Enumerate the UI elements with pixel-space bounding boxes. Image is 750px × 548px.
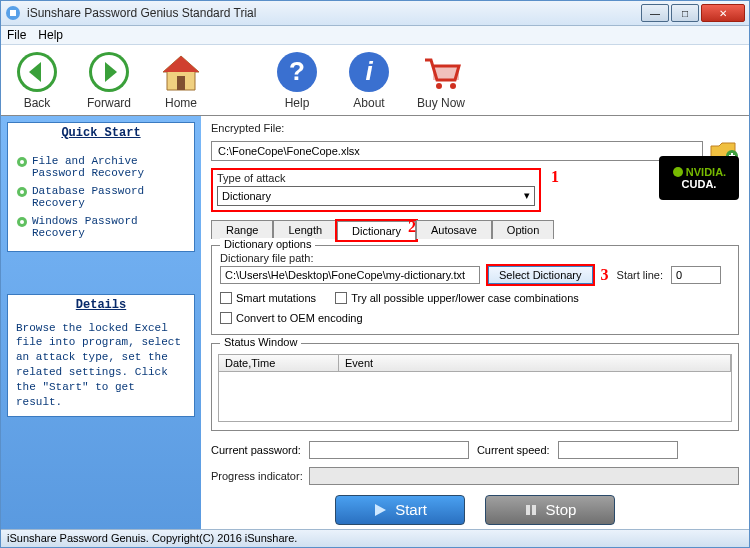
encrypted-file-label: Encrypted File: bbox=[211, 122, 739, 134]
forward-icon bbox=[87, 50, 131, 94]
cuda-badge: NVIDIA. CUDA. bbox=[659, 156, 739, 200]
current-speed-label: Current speed: bbox=[477, 444, 550, 456]
nvidia-icon bbox=[672, 166, 684, 178]
stop-button[interactable]: Stop bbox=[485, 495, 615, 525]
startline-input[interactable] bbox=[671, 266, 721, 284]
annotation-3: 3 bbox=[601, 266, 609, 284]
tab-option[interactable]: Option bbox=[492, 220, 554, 239]
tab-dictionary[interactable]: Dictionary bbox=[337, 221, 416, 240]
tab-autosave[interactable]: Autosave bbox=[416, 220, 492, 239]
window-title: iSunshare Password Genius Standard Trial bbox=[27, 6, 639, 20]
svg-point-17 bbox=[20, 190, 24, 194]
statusbar: iSunshare Password Genuis. Copyright(C) … bbox=[1, 529, 749, 547]
attack-type-group: Type of attack Dictionary ▾ bbox=[211, 168, 541, 212]
titlebar[interactable]: iSunshare Password Genius Standard Trial… bbox=[1, 1, 749, 26]
quickstart-panel: Quick Start File and Archive Password Re… bbox=[7, 122, 195, 252]
attack-type-value: Dictionary bbox=[222, 190, 271, 202]
sidebar-link-database[interactable]: Database Password Recovery bbox=[16, 185, 186, 209]
svg-rect-1 bbox=[10, 10, 16, 16]
home-icon bbox=[159, 50, 203, 94]
menu-help[interactable]: Help bbox=[38, 28, 63, 42]
minimize-button[interactable]: — bbox=[641, 4, 669, 22]
progress-bar bbox=[309, 467, 739, 485]
help-label: Help bbox=[285, 96, 310, 110]
dictionary-group-title: Dictionary options bbox=[220, 238, 315, 250]
app-icon bbox=[5, 5, 21, 21]
about-label: About bbox=[353, 96, 384, 110]
window-controls: — □ ✕ bbox=[639, 4, 745, 22]
tabs: Range Length Dictionary Autosave 2 Optio… bbox=[211, 220, 739, 239]
svg-text:?: ? bbox=[289, 56, 305, 86]
attack-type-label: Type of attack bbox=[217, 172, 535, 184]
back-button[interactable]: Back bbox=[13, 50, 61, 110]
app-window: iSunshare Password Genius Standard Trial… bbox=[0, 0, 750, 548]
svg-point-21 bbox=[673, 167, 683, 177]
status-col-event[interactable]: Event bbox=[339, 355, 731, 371]
menu-file[interactable]: File bbox=[7, 28, 26, 42]
annotation-1: 1 bbox=[551, 168, 559, 186]
tab-length[interactable]: Length bbox=[273, 220, 337, 239]
encrypted-file-field[interactable]: C:\FoneCope\FoneCope.xlsx bbox=[211, 141, 703, 161]
oem-encoding-checkbox[interactable]: Convert to OEM encoding bbox=[220, 312, 363, 324]
home-button[interactable]: Home bbox=[157, 50, 205, 110]
sidebar: Quick Start File and Archive Password Re… bbox=[1, 116, 201, 529]
dictionary-options-group: Dictionary options Dictionary file path:… bbox=[211, 245, 739, 335]
attack-type-select[interactable]: Dictionary ▾ bbox=[217, 186, 535, 206]
sidebar-link-label: Database Password Recovery bbox=[32, 185, 186, 209]
svg-rect-6 bbox=[177, 76, 185, 90]
close-button[interactable]: ✕ bbox=[701, 4, 745, 22]
about-icon: i bbox=[347, 50, 391, 94]
smart-mutations-checkbox[interactable]: Smart mutations bbox=[220, 292, 316, 304]
quickstart-title: Quick Start bbox=[8, 123, 194, 143]
disc-icon bbox=[16, 186, 28, 198]
tab-range[interactable]: Range bbox=[211, 220, 273, 239]
svg-rect-13 bbox=[433, 66, 459, 80]
svg-rect-23 bbox=[532, 505, 536, 515]
dict-path-field[interactable]: C:\Users\He\Desktop\FoneCope\my-dictiona… bbox=[220, 266, 480, 284]
back-label: Back bbox=[24, 96, 51, 110]
startline-label: Start line: bbox=[617, 269, 663, 281]
buynow-label: Buy Now bbox=[417, 96, 465, 110]
svg-text:i: i bbox=[365, 56, 373, 86]
chevron-down-icon: ▾ bbox=[524, 189, 530, 202]
disc-icon bbox=[16, 216, 28, 228]
home-label: Home bbox=[165, 96, 197, 110]
start-button[interactable]: Start bbox=[335, 495, 465, 525]
play-icon bbox=[373, 503, 387, 517]
dict-path-label: Dictionary file path: bbox=[220, 252, 730, 264]
pause-icon bbox=[524, 503, 538, 517]
status-col-datetime[interactable]: Date,Time bbox=[219, 355, 339, 371]
try-all-case-checkbox[interactable]: Try all possible upper/lower case combin… bbox=[335, 292, 579, 304]
details-title: Details bbox=[8, 295, 194, 315]
sidebar-link-label: Windows Password Recovery bbox=[32, 215, 186, 239]
sidebar-link-windows[interactable]: Windows Password Recovery bbox=[16, 215, 186, 239]
progress-label: Progress indicator: bbox=[211, 470, 303, 482]
select-dictionary-button[interactable]: Select Dictionary bbox=[488, 266, 593, 284]
main-panel: Encrypted File: C:\FoneCope\FoneCope.xls… bbox=[201, 116, 749, 529]
back-icon bbox=[15, 50, 59, 94]
annotation-2: 2 bbox=[408, 218, 416, 236]
content-area: Quick Start File and Archive Password Re… bbox=[1, 116, 749, 529]
sidebar-link-label: File and Archive Password Recovery bbox=[32, 155, 186, 179]
buynow-button[interactable]: Buy Now bbox=[417, 50, 465, 110]
details-panel: Details Browse the locked Excel file int… bbox=[7, 294, 195, 417]
svg-point-19 bbox=[20, 220, 24, 224]
status-table-header: Date,Time Event bbox=[218, 354, 732, 372]
cart-icon bbox=[419, 50, 463, 94]
svg-point-12 bbox=[450, 83, 456, 89]
toolbar: Back Forward Home ? Help i About Buy Now bbox=[1, 45, 749, 116]
svg-point-15 bbox=[20, 160, 24, 164]
status-table-body[interactable] bbox=[218, 372, 732, 422]
status-window: Status Window Date,Time Event bbox=[211, 343, 739, 431]
help-button[interactable]: ? Help bbox=[273, 50, 321, 110]
current-speed-value bbox=[558, 441, 678, 459]
current-password-label: Current password: bbox=[211, 444, 301, 456]
forward-label: Forward bbox=[87, 96, 131, 110]
forward-button[interactable]: Forward bbox=[85, 50, 133, 110]
footer-text: iSunshare Password Genuis. Copyright(C) … bbox=[7, 532, 297, 544]
status-window-title: Status Window bbox=[220, 336, 301, 348]
svg-rect-22 bbox=[526, 505, 530, 515]
about-button[interactable]: i About bbox=[345, 50, 393, 110]
maximize-button[interactable]: □ bbox=[671, 4, 699, 22]
sidebar-link-file-archive[interactable]: File and Archive Password Recovery bbox=[16, 155, 186, 179]
